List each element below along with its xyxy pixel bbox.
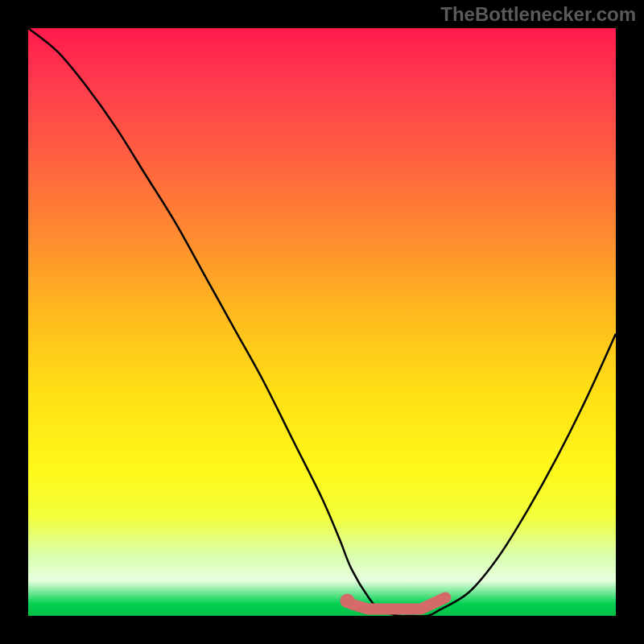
- bottleneck-curve: [28, 28, 616, 616]
- plot-area: [28, 28, 616, 616]
- watermark-text: TheBottlenecker.com: [440, 3, 636, 26]
- chart-container: TheBottlenecker.com: [0, 0, 644, 644]
- optimal-start-dot: [341, 593, 355, 608]
- optimal-range-marker: [352, 597, 446, 609]
- chart-svg: [28, 28, 616, 616]
